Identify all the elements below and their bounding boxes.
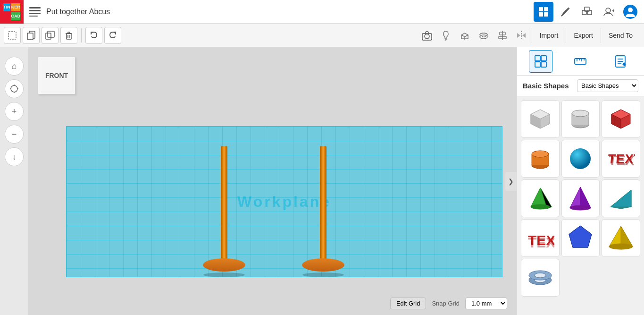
shape-cylinder-gray[interactable]: [561, 100, 600, 138]
workplane-surface: Workplane: [67, 127, 502, 277]
svg-point-72: [570, 148, 591, 169]
svg-point-69: [532, 151, 549, 157]
logo-tin: TIN: [3, 3, 10, 11]
shapes-grid: TEXT TEXT: [517, 96, 644, 300]
svg-rect-6: [539, 12, 543, 17]
svg-rect-19: [46, 33, 51, 39]
svg-marker-83: [611, 207, 631, 209]
zoom-in-btn[interactable]: +: [5, 102, 24, 121]
shape-cylinder-orange[interactable]: [521, 140, 560, 178]
shape-pyramid-purple[interactable]: [561, 179, 600, 217]
edit-grid-btn[interactable]: Edit Grid: [390, 298, 427, 309]
svg-rect-1: [29, 10, 41, 11]
shape-text3d[interactable]: TEXT TEXT: [602, 140, 640, 178]
svg-rect-43: [541, 56, 546, 61]
camera-view-btn[interactable]: [418, 27, 435, 44]
svg-rect-42: [535, 56, 540, 61]
add-user-btn[interactable]: [599, 2, 619, 22]
svg-rect-2: [29, 13, 41, 14]
collapse-arrow[interactable]: ❯: [505, 172, 517, 191]
svg-point-11: [606, 8, 611, 13]
svg-point-29: [480, 35, 487, 39]
svg-marker-82: [611, 190, 631, 207]
shape-box-red[interactable]: [602, 100, 640, 138]
project-list-icon[interactable]: [27, 4, 42, 19]
shape-pyramid-green[interactable]: [521, 179, 560, 217]
delete-btn[interactable]: [60, 27, 77, 44]
svg-rect-18: [27, 33, 33, 40]
right-panel: Basic Shapes Basic Shapes Featured Shape…: [517, 47, 644, 315]
svg-rect-25: [422, 34, 432, 40]
top-bar: TIN KER CAD Put together Abcus: [0, 0, 644, 24]
front-label: FRONT: [38, 57, 75, 94]
svg-marker-36: [522, 33, 526, 38]
svg-point-61: [572, 110, 589, 117]
tab-grid[interactable]: [529, 50, 552, 73]
redo-btn[interactable]: [104, 27, 121, 44]
svg-point-77: [531, 204, 550, 209]
undo-btn[interactable]: [85, 27, 102, 44]
import-btn[interactable]: Import: [532, 28, 566, 43]
viewport[interactable]: FRONT Workplane ❯ Edit: [28, 47, 517, 315]
export-btn[interactable]: Export: [566, 28, 600, 43]
toolbar: Import Export Send To: [0, 24, 644, 47]
bottom-status: Edit Grid Snap Grid 1.0 mm 0.5 mm 0.25 m…: [390, 298, 507, 309]
separator-1: [81, 28, 82, 43]
home-btn[interactable]: ⌂: [5, 57, 24, 76]
logo-blank: [3, 12, 10, 20]
align-btn[interactable]: [494, 27, 511, 44]
svg-rect-4: [539, 7, 543, 11]
deselect-btn[interactable]: [4, 27, 21, 44]
send-to-btn[interactable]: Send To: [601, 28, 640, 43]
duplicate-btn[interactable]: [42, 27, 59, 44]
selection-tools: [4, 27, 77, 44]
snap-value-select[interactable]: 1.0 mm 0.5 mm 0.25 mm 2.0 mm: [465, 298, 507, 309]
shape-torus[interactable]: [521, 259, 560, 297]
pickaxe-btn[interactable]: [555, 2, 575, 22]
user-avatar-btn[interactable]: [620, 2, 640, 22]
svg-point-37: [11, 85, 17, 92]
fit-btn[interactable]: [5, 79, 24, 98]
svg-marker-87: [569, 226, 592, 247]
shape-pyramid-yellow[interactable]: [602, 219, 640, 257]
right-panel-tabs: [517, 47, 644, 76]
svg-point-94: [535, 273, 546, 278]
svg-point-15: [628, 8, 633, 12]
workplane-text: Workplane: [237, 193, 331, 211]
tab-notes[interactable]: [609, 50, 632, 73]
hole-view-btn[interactable]: [475, 27, 492, 44]
shape-sphere[interactable]: [561, 140, 600, 178]
lightbulb-btn[interactable]: [437, 27, 454, 44]
tab-ruler[interactable]: [569, 50, 592, 73]
shape-view-btn[interactable]: [456, 27, 473, 44]
snap-grid-label: Snap Grid: [432, 300, 460, 307]
svg-rect-0: [29, 7, 41, 9]
svg-rect-45: [541, 62, 546, 67]
project-title: Put together Abcus: [46, 8, 534, 16]
grid-view-btn[interactable]: [534, 2, 553, 22]
copy-btn[interactable]: [23, 27, 40, 44]
view-tools: [418, 27, 530, 44]
svg-point-24: [425, 34, 429, 39]
svg-rect-7: [544, 12, 548, 17]
shape-category-label: Basic Shapes: [523, 82, 577, 90]
mirror-btn[interactable]: [513, 27, 530, 44]
shape-box[interactable]: [521, 100, 560, 138]
zoom-out-btn[interactable]: −: [5, 125, 24, 144]
shape-wedge[interactable]: [602, 179, 640, 217]
action-buttons: Import Export Send To: [532, 28, 640, 43]
workplane: Workplane: [66, 126, 502, 277]
shape-star-red[interactable]: TEXT TEXT: [521, 219, 560, 257]
logo-cad: CAD: [11, 12, 21, 20]
download-view-btn[interactable]: ↓: [5, 147, 24, 166]
svg-rect-5: [544, 7, 548, 11]
shape-selector: Basic Shapes Basic Shapes Featured Shape…: [517, 76, 644, 96]
main-content: ⌂ + − ↓ FRONT Workplane: [0, 47, 644, 315]
shape-category-select[interactable]: Basic Shapes Featured Shapes Text & Numb…: [577, 79, 638, 92]
blocks-btn[interactable]: [577, 2, 597, 22]
svg-rect-21: [67, 34, 71, 39]
top-right-icons: [534, 2, 644, 22]
svg-marker-35: [517, 33, 520, 38]
shape-pentagon[interactable]: [561, 219, 600, 257]
svg-rect-3: [29, 16, 38, 17]
